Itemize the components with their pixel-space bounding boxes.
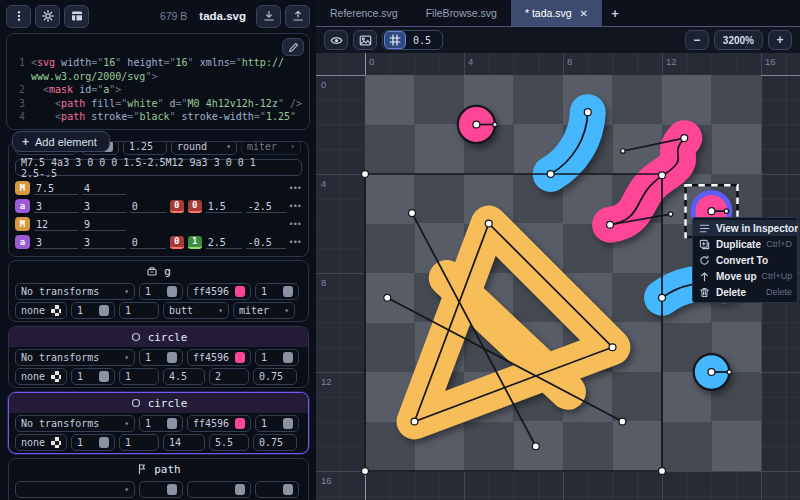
cy-field[interactable]: 5.5 (209, 434, 249, 451)
group-element-panel[interactable]: g No transforms▾ 1 ff4596 1 none 1 1 but… (8, 260, 309, 322)
stroke-width-field[interactable]: 1 (119, 434, 159, 451)
stroke-opacity-field[interactable]: 1 (71, 434, 115, 451)
fill-opacity-field[interactable]: 1 (139, 349, 183, 366)
linecap-select[interactable]: round▾ (171, 141, 237, 155)
circle-element-panel-selected[interactable]: circle No transforms▾ 1 ff4596 1 none 1 … (8, 392, 309, 454)
cx-field[interactable]: 4.5 (163, 368, 205, 385)
segment-menu-icon[interactable]: ••• (290, 201, 302, 211)
segment-row[interactable]: a 3 3 0 0 0 1.5 -2.5 ••• (9, 197, 308, 215)
linejoin-select[interactable]: miter▾ (233, 302, 295, 319)
grid-size-input[interactable]: 0.5 (406, 35, 442, 46)
opacity-field[interactable]: 1 (255, 349, 299, 366)
menu-item-convert-to[interactable]: Convert To (693, 252, 797, 268)
opacity-field[interactable]: 1 (255, 283, 299, 300)
stroke-color-field[interactable]: none (15, 302, 67, 319)
fill-color-field[interactable]: ff4596 (187, 283, 251, 300)
segment-row[interactable]: M 7.5 4 ••• (9, 179, 308, 197)
segment-value[interactable]: 2.5 (206, 236, 242, 249)
download-icon[interactable] (256, 5, 281, 28)
stroke-opacity-field[interactable]: 1 (71, 368, 115, 385)
large-arc-flag[interactable]: 0 (170, 200, 184, 213)
path-element-panel[interactable]: path ▾ (8, 458, 309, 500)
layout-panels-icon[interactable] (64, 5, 89, 28)
segment-value[interactable]: 9 (82, 218, 126, 231)
linejoin-select[interactable]: miter▾ (241, 141, 301, 155)
path-data-input[interactable]: M7.5 4a3 3 0 0 0 1.5-2.5M12 9a3 3 0 0 1 … (15, 159, 302, 176)
tab-tada-svg-active[interactable]: * tada.svg ✕ (511, 0, 602, 26)
add-element-button[interactable]: + Add element (12, 131, 110, 152)
transform-select[interactable]: No transforms▾ (15, 415, 135, 432)
stroke-color-field[interactable]: none (15, 434, 67, 451)
fill-color-field[interactable]: ff4596 (187, 349, 251, 366)
group-element-header[interactable]: g (9, 261, 308, 281)
new-tab-button[interactable]: + (602, 0, 628, 26)
stroke-width-field[interactable]: 1 (119, 302, 159, 319)
zoom-in-button[interactable]: + (768, 30, 792, 50)
segment-command-badge[interactable]: a (15, 199, 30, 213)
zoom-out-button[interactable]: − (685, 30, 709, 50)
segment-command-badge[interactable]: M (15, 181, 30, 195)
segment-menu-icon[interactable]: ••• (290, 219, 302, 229)
close-icon[interactable]: ✕ (580, 8, 588, 19)
segment-value[interactable]: 0 (130, 200, 166, 213)
fill-opacity-field[interactable] (139, 481, 183, 498)
gear-icon[interactable] (35, 5, 60, 28)
canvas-viewport[interactable]: 0 4 8 12 16 0 4 8 12 16 (316, 53, 800, 500)
sweep-flag[interactable]: 0 (188, 200, 202, 213)
segment-value[interactable]: 0 (130, 236, 166, 249)
r-field[interactable]: 0.75 (253, 368, 297, 385)
stroke-width-field[interactable]: 1.25 (123, 141, 167, 155)
fill-color-field[interactable] (187, 481, 251, 498)
cx-field[interactable]: 14 (163, 434, 205, 451)
segment-menu-icon[interactable]: ••• (290, 237, 302, 247)
opacity-field[interactable] (255, 481, 299, 498)
circle-element-header[interactable]: circle (9, 327, 308, 347)
code-editor[interactable]: 1<svg width="16" height="16" xmlns="http… (6, 33, 310, 130)
transform-select[interactable]: No transforms▾ (15, 349, 135, 366)
segment-value[interactable]: 3 (34, 236, 78, 249)
kebab-menu-icon[interactable] (6, 5, 31, 28)
eye-icon[interactable] (324, 30, 348, 50)
pencil-icon[interactable] (282, 38, 304, 56)
circle-element-panel[interactable]: circle No transforms▾ 1 ff4596 1 none 1 … (8, 326, 309, 388)
menu-item-move-up[interactable]: Move up Ctrl+Up (693, 268, 797, 284)
stroke-width-field[interactable]: 1 (119, 368, 159, 385)
segment-value[interactable]: 12 (34, 218, 78, 231)
menu-item-delete[interactable]: Delete Delete (693, 284, 797, 300)
grid-snap-icon[interactable] (384, 31, 406, 49)
segment-value[interactable]: -2.5 (246, 200, 286, 213)
stroke-color-field[interactable]: none (15, 368, 67, 385)
segment-menu-icon[interactable]: ••• (290, 183, 302, 193)
cy-field[interactable]: 2 (209, 368, 249, 385)
segment-value[interactable]: 4 (82, 182, 126, 195)
menu-item-view-in-inspector[interactable]: View in Inspector (693, 220, 797, 236)
segment-row[interactable]: M 12 9 ••• (9, 215, 308, 233)
segment-value[interactable]: -0.5 (246, 236, 286, 249)
path-element-header[interactable]: path (9, 459, 308, 479)
zoom-level[interactable]: 3200% (714, 30, 763, 50)
r-field[interactable]: 0.75 (253, 434, 297, 451)
transform-select[interactable]: ▾ (15, 481, 135, 498)
segment-row[interactable]: a 3 3 0 0 1 2.5 -0.5 ••• (9, 233, 308, 251)
opacity-field[interactable]: 1 (255, 415, 299, 432)
transform-select[interactable]: No transforms▾ (15, 283, 135, 300)
circle-element-header[interactable]: circle (9, 393, 308, 413)
sweep-flag[interactable]: 1 (188, 236, 202, 249)
segment-value[interactable]: 7.5 (34, 182, 78, 195)
linecap-select[interactable]: butt▾ (163, 302, 229, 319)
segment-value[interactable]: 1.5 (206, 200, 242, 213)
segment-command-badge[interactable]: M (15, 217, 30, 231)
stroke-opacity-field[interactable]: 1 (71, 302, 115, 319)
tab-reference-svg[interactable]: Reference.svg (316, 0, 412, 26)
segment-command-badge[interactable]: a (15, 235, 30, 249)
fill-opacity-field[interactable]: 1 (139, 415, 183, 432)
segment-value[interactable]: 3 (82, 200, 126, 213)
image-icon[interactable] (353, 30, 377, 50)
segment-value[interactable]: 3 (34, 200, 78, 213)
tab-filebrowse-svg[interactable]: FileBrowse.svg (412, 0, 511, 26)
menu-item-duplicate[interactable]: Duplicate Ctrl+D (693, 236, 797, 252)
segment-value[interactable]: 3 (82, 236, 126, 249)
upload-icon[interactable] (285, 5, 310, 28)
fill-color-field[interactable]: ff4596 (187, 415, 251, 432)
fill-opacity-field[interactable]: 1 (139, 283, 183, 300)
